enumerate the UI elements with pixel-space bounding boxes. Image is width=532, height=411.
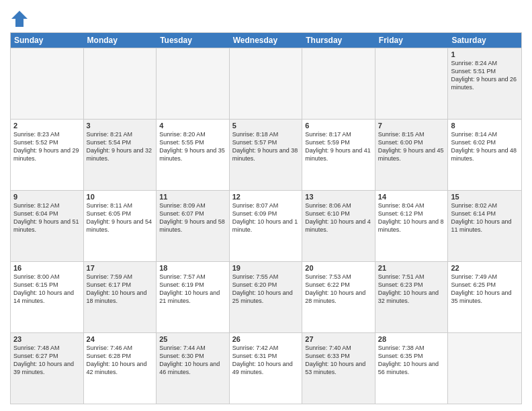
day-number: 14 — [378, 193, 445, 201]
day-number: 26 — [232, 335, 300, 343]
cell-detail: Sunrise: 8:23 AM Sunset: 5:52 PM Dayligh… — [13, 130, 81, 163]
day-number: 5 — [232, 122, 300, 130]
calendar-cell: 14Sunrise: 8:04 AM Sunset: 6:12 PM Dayli… — [375, 191, 449, 261]
cell-detail: Sunrise: 8:07 AM Sunset: 6:09 PM Dayligh… — [232, 201, 300, 234]
day-number: 12 — [232, 193, 300, 201]
logo — [10, 9, 30, 28]
weekday-header: Wednesday — [230, 33, 303, 48]
calendar-cell — [157, 48, 230, 119]
day-number: 23 — [13, 335, 81, 343]
cell-detail: Sunrise: 7:44 AM Sunset: 6:30 PM Dayligh… — [159, 344, 226, 377]
calendar-cell: 10Sunrise: 8:11 AM Sunset: 6:05 PM Dayli… — [84, 191, 157, 261]
day-number: 15 — [451, 193, 519, 201]
calendar-cell: 19Sunrise: 7:55 AM Sunset: 6:20 PM Dayli… — [230, 262, 303, 332]
day-number: 22 — [451, 264, 519, 272]
calendar-cell: 3Sunrise: 8:21 AM Sunset: 5:54 PM Daylig… — [84, 120, 157, 190]
calendar-cell — [302, 48, 375, 119]
calendar-cell: 16Sunrise: 8:00 AM Sunset: 6:15 PM Dayli… — [11, 262, 84, 332]
day-number: 13 — [305, 193, 372, 201]
day-number: 10 — [87, 193, 154, 201]
calendar-cell: 27Sunrise: 7:40 AM Sunset: 6:33 PM Dayli… — [302, 333, 375, 404]
day-number: 2 — [13, 122, 81, 130]
day-number: 3 — [87, 122, 154, 130]
cell-detail: Sunrise: 8:20 AM Sunset: 5:55 PM Dayligh… — [159, 130, 226, 163]
calendar-row: 1Sunrise: 8:24 AM Sunset: 5:51 PM Daylig… — [11, 48, 521, 119]
cell-detail: Sunrise: 8:18 AM Sunset: 5:57 PM Dayligh… — [232, 130, 300, 163]
svg-marker-0 — [11, 11, 28, 27]
calendar: SundayMondayTuesdayWednesdayThursdayFrid… — [10, 32, 522, 404]
cell-detail: Sunrise: 8:09 AM Sunset: 6:07 PM Dayligh… — [159, 201, 226, 234]
cell-detail: Sunrise: 8:21 AM Sunset: 5:54 PM Dayligh… — [87, 130, 154, 163]
calendar-cell: 17Sunrise: 7:59 AM Sunset: 6:17 PM Dayli… — [84, 262, 157, 332]
calendar-row: 16Sunrise: 8:00 AM Sunset: 6:15 PM Dayli… — [11, 261, 521, 332]
cell-detail: Sunrise: 7:59 AM Sunset: 6:17 PM Dayligh… — [87, 273, 154, 306]
cell-detail: Sunrise: 8:00 AM Sunset: 6:15 PM Dayligh… — [13, 273, 81, 306]
cell-detail: Sunrise: 8:04 AM Sunset: 6:12 PM Dayligh… — [378, 201, 445, 234]
calendar-row: 9Sunrise: 8:12 AM Sunset: 6:04 PM Daylig… — [11, 190, 521, 261]
cell-detail: Sunrise: 8:15 AM Sunset: 6:00 PM Dayligh… — [378, 130, 445, 163]
page: SundayMondayTuesdayWednesdayThursdayFrid… — [0, 0, 532, 411]
calendar-cell: 13Sunrise: 8:06 AM Sunset: 6:10 PM Dayli… — [302, 191, 375, 261]
calendar-cell: 2Sunrise: 8:23 AM Sunset: 5:52 PM Daylig… — [11, 120, 84, 190]
cell-detail: Sunrise: 8:12 AM Sunset: 6:04 PM Dayligh… — [13, 201, 81, 234]
calendar-cell: 22Sunrise: 7:49 AM Sunset: 6:25 PM Dayli… — [448, 262, 521, 332]
calendar-cell: 28Sunrise: 7:38 AM Sunset: 6:35 PM Dayli… — [375, 333, 449, 404]
cell-detail: Sunrise: 7:42 AM Sunset: 6:31 PM Dayligh… — [232, 344, 300, 377]
day-number: 25 — [159, 335, 226, 343]
day-number: 9 — [13, 193, 81, 201]
calendar-cell: 11Sunrise: 8:09 AM Sunset: 6:07 PM Dayli… — [157, 191, 230, 261]
day-number: 28 — [378, 335, 445, 343]
calendar-cell — [448, 333, 521, 404]
calendar-cell: 8Sunrise: 8:14 AM Sunset: 6:02 PM Daylig… — [448, 120, 521, 190]
cell-detail: Sunrise: 7:49 AM Sunset: 6:25 PM Dayligh… — [451, 273, 519, 306]
cell-detail: Sunrise: 8:24 AM Sunset: 5:51 PM Dayligh… — [451, 59, 519, 92]
day-number: 7 — [378, 122, 445, 130]
calendar-cell — [375, 48, 449, 119]
cell-detail: Sunrise: 7:55 AM Sunset: 6:20 PM Dayligh… — [232, 273, 300, 306]
day-number: 11 — [159, 193, 226, 201]
calendar-header: SundayMondayTuesdayWednesdayThursdayFrid… — [11, 33, 521, 48]
cell-detail: Sunrise: 7:57 AM Sunset: 6:19 PM Dayligh… — [159, 273, 226, 306]
cell-detail: Sunrise: 7:40 AM Sunset: 6:33 PM Dayligh… — [305, 344, 372, 377]
calendar-cell: 23Sunrise: 7:48 AM Sunset: 6:27 PM Dayli… — [11, 333, 84, 404]
calendar-cell: 18Sunrise: 7:57 AM Sunset: 6:19 PM Dayli… — [157, 262, 230, 332]
day-number: 6 — [305, 122, 372, 130]
day-number: 1 — [451, 50, 519, 58]
cell-detail: Sunrise: 7:38 AM Sunset: 6:35 PM Dayligh… — [378, 344, 445, 377]
weekday-header: Saturday — [448, 33, 521, 48]
cell-detail: Sunrise: 8:17 AM Sunset: 5:59 PM Dayligh… — [305, 130, 372, 163]
day-number: 24 — [87, 335, 154, 343]
calendar-row: 2Sunrise: 8:23 AM Sunset: 5:52 PM Daylig… — [11, 119, 521, 190]
day-number: 8 — [451, 122, 519, 130]
calendar-cell: 12Sunrise: 8:07 AM Sunset: 6:09 PM Dayli… — [230, 191, 303, 261]
calendar-cell: 20Sunrise: 7:53 AM Sunset: 6:22 PM Dayli… — [302, 262, 375, 332]
day-number: 17 — [87, 264, 154, 272]
cell-detail: Sunrise: 7:51 AM Sunset: 6:23 PM Dayligh… — [378, 273, 445, 306]
header — [10, 7, 522, 28]
calendar-cell: 4Sunrise: 8:20 AM Sunset: 5:55 PM Daylig… — [157, 120, 230, 190]
weekday-header: Monday — [84, 33, 157, 48]
calendar-cell: 6Sunrise: 8:17 AM Sunset: 5:59 PM Daylig… — [302, 120, 375, 190]
calendar-cell — [11, 48, 84, 119]
weekday-header: Friday — [375, 33, 449, 48]
calendar-cell: 7Sunrise: 8:15 AM Sunset: 6:00 PM Daylig… — [375, 120, 449, 190]
calendar-cell: 15Sunrise: 8:02 AM Sunset: 6:14 PM Dayli… — [448, 191, 521, 261]
cell-detail: Sunrise: 8:06 AM Sunset: 6:10 PM Dayligh… — [305, 201, 372, 234]
cell-detail: Sunrise: 7:48 AM Sunset: 6:27 PM Dayligh… — [13, 344, 81, 377]
weekday-header: Thursday — [302, 33, 375, 48]
calendar-cell — [84, 48, 157, 119]
day-number: 16 — [13, 264, 81, 272]
cell-detail: Sunrise: 7:53 AM Sunset: 6:22 PM Dayligh… — [305, 273, 372, 306]
calendar-cell: 5Sunrise: 8:18 AM Sunset: 5:57 PM Daylig… — [230, 120, 303, 190]
logo-icon — [10, 9, 29, 28]
calendar-cell — [230, 48, 303, 119]
calendar-cell: 25Sunrise: 7:44 AM Sunset: 6:30 PM Dayli… — [157, 333, 230, 404]
cell-detail: Sunrise: 8:02 AM Sunset: 6:14 PM Dayligh… — [451, 201, 519, 234]
calendar-cell: 26Sunrise: 7:42 AM Sunset: 6:31 PM Dayli… — [230, 333, 303, 404]
day-number: 18 — [159, 264, 226, 272]
calendar-cell: 1Sunrise: 8:24 AM Sunset: 5:51 PM Daylig… — [448, 48, 521, 119]
cell-detail: Sunrise: 7:46 AM Sunset: 6:28 PM Dayligh… — [87, 344, 154, 377]
day-number: 20 — [305, 264, 372, 272]
cell-detail: Sunrise: 8:11 AM Sunset: 6:05 PM Dayligh… — [87, 201, 154, 234]
day-number: 19 — [232, 264, 300, 272]
